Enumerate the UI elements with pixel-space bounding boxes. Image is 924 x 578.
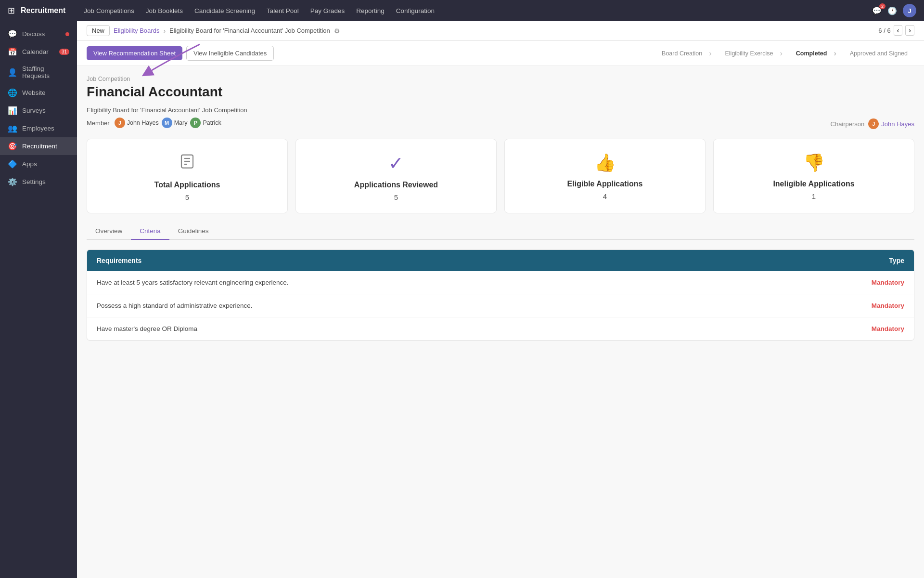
sidebar-item-apps[interactable]: 🔷 Apps [0, 155, 77, 173]
body-content: Job Competition Financial Accountant Eli… [77, 66, 924, 350]
stat-ineligible-applications[interactable]: 👎 Ineligible Applications 1 [713, 139, 914, 213]
avatar-chairperson: J [868, 118, 879, 129]
pagination-next[interactable]: › [905, 25, 914, 36]
calendar-icon: 📅 [8, 47, 17, 56]
requirement-2: Possess a high standard of administrativ… [97, 302, 837, 309]
sidebar-label-employees: Employees [22, 125, 54, 132]
breadcrumb-top: New Eligibility Boards › Eligibility Boa… [87, 25, 340, 36]
apps-icon: 🔷 [8, 159, 17, 169]
status-eligibility-exercise[interactable]: Eligibility Exercise [718, 47, 789, 60]
member-name-john: John Hayes [127, 119, 159, 126]
member-label: Member [87, 119, 110, 127]
type-2: Mandatory [837, 302, 904, 309]
requirement-3: Have master's degree OR Diploma [97, 325, 837, 332]
settings-gear-icon[interactable]: ⚙ [334, 27, 340, 35]
sidebar-label-recruitment: Recruitment [22, 143, 57, 150]
discuss-dot [65, 32, 69, 36]
eligible-applications-label: Eligible Applications [567, 180, 643, 188]
sidebar-item-recruitment[interactable]: 🎯 Recruitment [0, 137, 77, 155]
board-description: Eligibility Board for 'Financial Account… [87, 106, 914, 114]
criteria-table: Requirements Type Have at least 5 years … [87, 250, 914, 341]
nav-talent-pool[interactable]: Talent Pool [262, 5, 304, 16]
avatar-patrick: P [190, 118, 201, 128]
chairperson-chip[interactable]: J John Hayes [868, 118, 914, 129]
nav-right: 💬 2 🕐 J [872, 4, 916, 17]
layout: 💬 Discuss 📅 Calendar 31 👤 Staffing Reque… [0, 21, 924, 578]
table-header: Requirements Type [87, 250, 914, 271]
col-requirements: Requirements [97, 257, 837, 264]
website-icon: 🌐 [8, 88, 17, 97]
status-board-creation[interactable]: Board Creation [655, 47, 718, 60]
nav-job-booklets[interactable]: Job Booklets [141, 5, 188, 16]
eligible-applications-icon: 👍 [594, 153, 616, 173]
nav-pay-grades[interactable]: Pay Grades [306, 5, 349, 16]
view-ineligible-button[interactable]: View Ineligible Candidates [186, 46, 274, 61]
sidebar-label-apps: Apps [22, 160, 37, 168]
total-applications-label: Total Applications [154, 181, 220, 189]
breadcrumb-current: Eligibility Board for 'Financial Account… [169, 27, 330, 34]
status-completed[interactable]: Completed [789, 47, 843, 60]
stat-total-applications[interactable]: Total Applications 5 [87, 139, 288, 213]
grid-icon[interactable]: ⊞ [8, 5, 15, 16]
pagination-prev[interactable]: ‹ [894, 25, 903, 36]
type-3: Mandatory [837, 325, 904, 332]
ineligible-applications-value: 1 [812, 192, 816, 200]
view-recommendation-button[interactable]: View Recommendation Sheet [87, 46, 182, 60]
table-row: Have at least 5 years satisfactory relev… [87, 271, 914, 294]
nav-configuration[interactable]: Configuration [391, 5, 439, 16]
chairperson-row: Chairperson J John Hayes [831, 118, 914, 129]
status-approved-signed[interactable]: Approved and Signed [843, 48, 914, 59]
sidebar-label-settings: Settings [22, 178, 46, 185]
nav-job-competitions[interactable]: Job Competitions [79, 5, 139, 16]
board-info: Eligibility Board for 'Financial Account… [87, 106, 914, 129]
eligible-applications-value: 4 [603, 192, 607, 200]
calendar-badge: 31 [59, 49, 69, 55]
breadcrumb-separator: › [163, 27, 166, 35]
tab-criteria[interactable]: Criteria [131, 223, 169, 240]
job-competition-label: Job Competition [87, 76, 914, 82]
stat-eligible-applications[interactable]: 👍 Eligible Applications 4 [504, 139, 706, 213]
sidebar-label-surveys: Surveys [22, 107, 46, 114]
sidebar-label-calendar: Calendar [22, 48, 49, 55]
nav-reporting[interactable]: Reporting [351, 5, 389, 16]
sidebar-item-employees[interactable]: 👥 Employees [0, 119, 77, 137]
member-john: J John Hayes [115, 118, 159, 128]
stats-row: Total Applications 5 ✓ Applications Revi… [87, 139, 914, 213]
sidebar: 💬 Discuss 📅 Calendar 31 👤 Staffing Reque… [0, 21, 77, 578]
top-nav: ⊞ Recruitment Job Competitions Job Bookl… [0, 0, 924, 21]
requirement-1: Have at least 5 years satisfactory relev… [97, 279, 837, 286]
avatar-john: J [115, 118, 125, 128]
nav-links: Job Competitions Job Booklets Candidate … [79, 5, 872, 16]
sidebar-item-discuss[interactable]: 💬 Discuss [0, 25, 77, 43]
sidebar-item-staffing[interactable]: 👤 Staffing Requests [0, 61, 77, 84]
member-name-mary: Mary [174, 119, 188, 126]
surveys-icon: 📊 [8, 106, 17, 115]
chairperson-name: John Hayes [881, 120, 914, 128]
app-name: Recruitment [21, 6, 65, 15]
tab-guidelines[interactable]: Guidelines [169, 223, 218, 240]
table-row: Have master's degree OR Diploma Mandator… [87, 317, 914, 340]
action-bar: View Recommendation Sheet View Ineligibl… [77, 41, 924, 66]
breadcrumb-parent[interactable]: Eligibility Boards [114, 27, 159, 34]
sidebar-label-website: Website [22, 89, 46, 96]
action-bar-left: View Recommendation Sheet View Ineligibl… [87, 46, 274, 61]
clock-icon[interactable]: 🕐 [887, 6, 897, 15]
total-applications-value: 5 [185, 193, 189, 201]
sidebar-item-website[interactable]: 🌐 Website [0, 84, 77, 102]
sidebar-item-surveys[interactable]: 📊 Surveys [0, 102, 77, 119]
chat-icon[interactable]: 💬 2 [872, 6, 882, 15]
staffing-icon: 👤 [8, 68, 17, 77]
sidebar-label-staffing: Staffing Requests [22, 65, 69, 79]
new-button[interactable]: New [87, 25, 110, 36]
content-header: New Eligibility Boards › Eligibility Boa… [77, 21, 924, 41]
nav-candidate-screening[interactable]: Candidate Screening [190, 5, 260, 16]
pagination-controls: 6 / 6 ‹ › [878, 25, 914, 40]
tab-overview[interactable]: Overview [87, 223, 131, 240]
breadcrumb-area: New Eligibility Boards › Eligibility Boa… [87, 25, 340, 36]
sidebar-item-settings[interactable]: ⚙️ Settings [0, 173, 77, 191]
sidebar-item-calendar[interactable]: 📅 Calendar 31 [0, 43, 77, 61]
member-name-patrick: Patrick [203, 119, 221, 126]
user-avatar[interactable]: J [903, 4, 916, 17]
stat-applications-reviewed[interactable]: ✓ Applications Reviewed 5 [295, 139, 497, 213]
chairperson-label: Chairperson [831, 120, 865, 128]
